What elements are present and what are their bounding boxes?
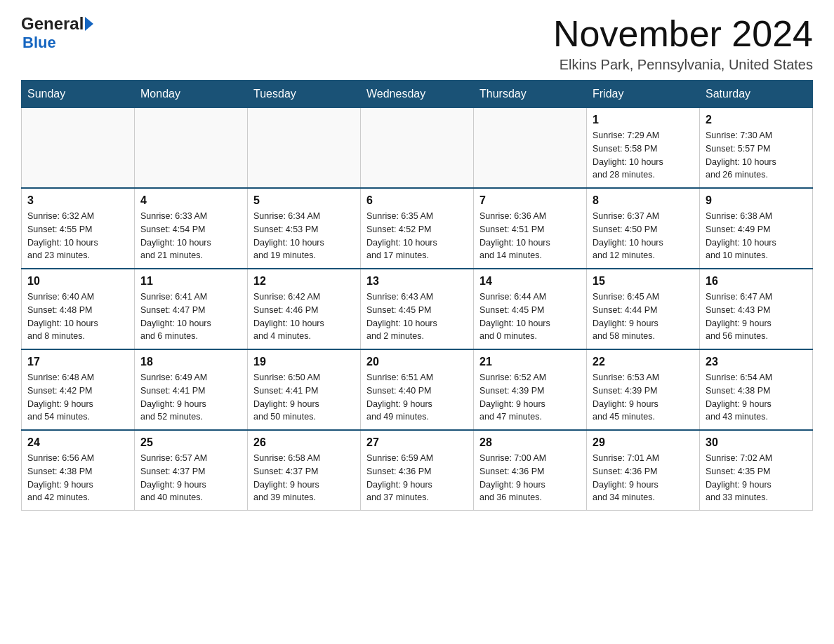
day-number: 27 [366, 436, 468, 449]
day-info: Sunrise: 6:58 AM Sunset: 4:37 PM Dayligh… [253, 452, 355, 504]
table-row: 7Sunrise: 6:36 AM Sunset: 4:51 PM Daylig… [474, 188, 587, 269]
table-row: 21Sunrise: 6:52 AM Sunset: 4:39 PM Dayli… [474, 349, 587, 430]
day-info: Sunrise: 6:35 AM Sunset: 4:52 PM Dayligh… [366, 210, 468, 262]
subtitle: Elkins Park, Pennsylvania, United States [553, 57, 813, 73]
day-info: Sunrise: 6:48 AM Sunset: 4:42 PM Dayligh… [27, 371, 128, 424]
table-row: 8Sunrise: 6:37 AM Sunset: 4:50 PM Daylig… [587, 188, 700, 269]
table-row [248, 108, 361, 189]
day-info: Sunrise: 6:44 AM Sunset: 4:45 PM Dayligh… [479, 290, 581, 343]
day-number: 11 [140, 275, 241, 288]
table-row: 6Sunrise: 6:35 AM Sunset: 4:52 PM Daylig… [361, 188, 474, 269]
day-info: Sunrise: 6:51 AM Sunset: 4:40 PM Dayligh… [366, 371, 468, 424]
calendar-week-row: 3Sunrise: 6:32 AM Sunset: 4:55 PM Daylig… [22, 188, 813, 269]
day-info: Sunrise: 6:47 AM Sunset: 4:43 PM Dayligh… [706, 290, 807, 343]
day-info: Sunrise: 7:00 AM Sunset: 4:36 PM Dayligh… [479, 452, 581, 504]
day-number: 26 [253, 436, 355, 449]
calendar-week-row: 10Sunrise: 6:40 AM Sunset: 4:48 PM Dayli… [22, 269, 813, 349]
day-info: Sunrise: 6:42 AM Sunset: 4:46 PM Dayligh… [253, 290, 355, 343]
table-row: 27Sunrise: 6:59 AM Sunset: 4:36 PM Dayli… [361, 430, 474, 511]
calendar-week-row: 24Sunrise: 6:56 AM Sunset: 4:38 PM Dayli… [22, 430, 813, 511]
day-info: Sunrise: 6:37 AM Sunset: 4:50 PM Dayligh… [593, 210, 694, 262]
table-row: 17Sunrise: 6:48 AM Sunset: 4:42 PM Dayli… [22, 349, 135, 430]
day-info: Sunrise: 7:02 AM Sunset: 4:35 PM Dayligh… [706, 452, 807, 504]
day-number: 7 [479, 194, 581, 207]
table-row: 14Sunrise: 6:44 AM Sunset: 4:45 PM Dayli… [474, 269, 587, 349]
col-saturday: Saturday [700, 81, 813, 108]
calendar-table: Sunday Monday Tuesday Wednesday Thursday… [21, 80, 813, 511]
day-number: 12 [253, 275, 355, 288]
day-number: 15 [593, 275, 694, 288]
table-row: 29Sunrise: 7:01 AM Sunset: 4:36 PM Dayli… [587, 430, 700, 511]
day-number: 16 [706, 275, 807, 288]
col-sunday: Sunday [22, 81, 135, 108]
table-row: 19Sunrise: 6:50 AM Sunset: 4:41 PM Dayli… [248, 349, 361, 430]
day-number: 10 [27, 275, 128, 288]
day-number: 29 [593, 436, 694, 449]
day-number: 8 [593, 194, 694, 207]
table-row: 3Sunrise: 6:32 AM Sunset: 4:55 PM Daylig… [22, 188, 135, 269]
table-row: 28Sunrise: 7:00 AM Sunset: 4:36 PM Dayli… [474, 430, 587, 511]
day-info: Sunrise: 6:36 AM Sunset: 4:51 PM Dayligh… [479, 210, 581, 262]
col-friday: Friday [587, 81, 700, 108]
day-number: 5 [253, 194, 355, 207]
day-number: 22 [593, 356, 694, 368]
day-info: Sunrise: 6:57 AM Sunset: 4:37 PM Dayligh… [140, 452, 241, 504]
day-number: 1 [593, 114, 694, 126]
day-info: Sunrise: 7:01 AM Sunset: 4:36 PM Dayligh… [593, 452, 694, 504]
table-row: 25Sunrise: 6:57 AM Sunset: 4:37 PM Dayli… [135, 430, 248, 511]
day-number: 28 [479, 436, 581, 449]
day-number: 18 [140, 356, 241, 368]
col-tuesday: Tuesday [248, 81, 361, 108]
day-number: 13 [366, 275, 468, 288]
day-number: 2 [706, 114, 807, 126]
table-row: 9Sunrise: 6:38 AM Sunset: 4:49 PM Daylig… [700, 188, 813, 269]
logo-blue-word: Blue [21, 34, 56, 52]
day-info: Sunrise: 6:53 AM Sunset: 4:39 PM Dayligh… [593, 371, 694, 424]
day-number: 24 [27, 436, 128, 449]
table-row: 11Sunrise: 6:41 AM Sunset: 4:47 PM Dayli… [135, 269, 248, 349]
day-info: Sunrise: 6:56 AM Sunset: 4:38 PM Dayligh… [27, 452, 128, 504]
day-info: Sunrise: 6:33 AM Sunset: 4:54 PM Dayligh… [140, 210, 241, 262]
table-row: 24Sunrise: 6:56 AM Sunset: 4:38 PM Dayli… [22, 430, 135, 511]
title-area: November 2024 Elkins Park, Pennsylvania,… [553, 14, 813, 73]
day-info: Sunrise: 6:43 AM Sunset: 4:45 PM Dayligh… [366, 290, 468, 343]
table-row: 22Sunrise: 6:53 AM Sunset: 4:39 PM Dayli… [587, 349, 700, 430]
logo: General [21, 14, 93, 34]
calendar-header-row: Sunday Monday Tuesday Wednesday Thursday… [22, 81, 813, 108]
day-info: Sunrise: 6:45 AM Sunset: 4:44 PM Dayligh… [593, 290, 694, 343]
day-number: 6 [366, 194, 468, 207]
table-row [135, 108, 248, 189]
day-info: Sunrise: 6:54 AM Sunset: 4:38 PM Dayligh… [706, 371, 807, 424]
table-row: 10Sunrise: 6:40 AM Sunset: 4:48 PM Dayli… [22, 269, 135, 349]
table-row: 30Sunrise: 7:02 AM Sunset: 4:35 PM Dayli… [700, 430, 813, 511]
table-row: 26Sunrise: 6:58 AM Sunset: 4:37 PM Dayli… [248, 430, 361, 511]
calendar-week-row: 17Sunrise: 6:48 AM Sunset: 4:42 PM Dayli… [22, 349, 813, 430]
table-row: 2Sunrise: 7:30 AM Sunset: 5:57 PM Daylig… [700, 108, 813, 189]
day-info: Sunrise: 6:52 AM Sunset: 4:39 PM Dayligh… [479, 371, 581, 424]
table-row: 15Sunrise: 6:45 AM Sunset: 4:44 PM Dayli… [587, 269, 700, 349]
table-row: 18Sunrise: 6:49 AM Sunset: 4:41 PM Dayli… [135, 349, 248, 430]
main-title: November 2024 [553, 14, 813, 54]
table-row [22, 108, 135, 189]
day-number: 17 [27, 356, 128, 368]
table-row: 1Sunrise: 7:29 AM Sunset: 5:58 PM Daylig… [587, 108, 700, 189]
logo-area: General Blue [21, 14, 93, 52]
day-number: 4 [140, 194, 241, 207]
day-info: Sunrise: 6:32 AM Sunset: 4:55 PM Dayligh… [27, 210, 128, 262]
day-info: Sunrise: 7:29 AM Sunset: 5:58 PM Dayligh… [593, 129, 694, 182]
day-info: Sunrise: 7:30 AM Sunset: 5:57 PM Dayligh… [706, 129, 807, 182]
day-number: 21 [479, 356, 581, 368]
table-row: 13Sunrise: 6:43 AM Sunset: 4:45 PM Dayli… [361, 269, 474, 349]
table-row [361, 108, 474, 189]
day-number: 9 [706, 194, 807, 207]
table-row: 23Sunrise: 6:54 AM Sunset: 4:38 PM Dayli… [700, 349, 813, 430]
day-number: 3 [27, 194, 128, 207]
header: General Blue November 2024 Elkins Park, … [21, 14, 813, 73]
day-number: 14 [479, 275, 581, 288]
day-info: Sunrise: 6:41 AM Sunset: 4:47 PM Dayligh… [140, 290, 241, 343]
day-info: Sunrise: 6:59 AM Sunset: 4:36 PM Dayligh… [366, 452, 468, 504]
col-wednesday: Wednesday [361, 81, 474, 108]
table-row: 12Sunrise: 6:42 AM Sunset: 4:46 PM Dayli… [248, 269, 361, 349]
calendar-week-row: 1Sunrise: 7:29 AM Sunset: 5:58 PM Daylig… [22, 108, 813, 189]
table-row: 16Sunrise: 6:47 AM Sunset: 4:43 PM Dayli… [700, 269, 813, 349]
